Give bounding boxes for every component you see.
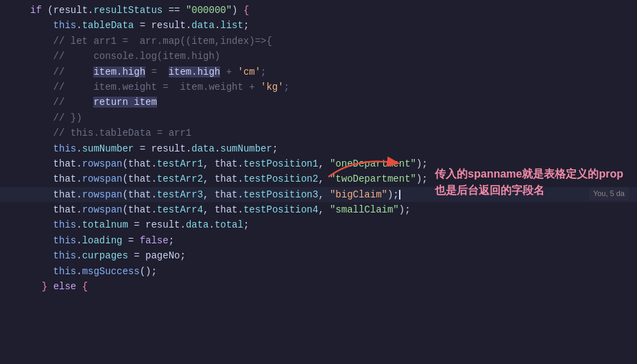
code-line-9: // this.tableData = arr1 xyxy=(0,125,637,141)
line-content-9: // this.tableData = arr1 xyxy=(27,125,637,141)
line-content-18: this.msgSuccess(); xyxy=(27,264,637,279)
line-content-1: if (result.resultStatus == "000000") { xyxy=(27,3,637,18)
code-line-14: that.rowspan(that.testArr4, that.testPos… xyxy=(0,202,637,217)
code-line-8: // }) xyxy=(0,110,637,125)
code-editor: if (result.resultStatus == "000000") { t… xyxy=(0,0,637,364)
line-content-3: // let arr1 = arr.map((item,index)=>{ xyxy=(27,34,637,49)
line-content-19: } else { xyxy=(27,279,637,294)
code-lines: if (result.resultStatus == "000000") { t… xyxy=(0,0,637,297)
code-line-7: // return item xyxy=(0,95,637,110)
line-content-14: that.rowspan(that.testArr4, that.testPos… xyxy=(27,202,637,217)
code-line-15: this.totalnum = result.data.total; xyxy=(0,217,637,232)
code-line-18: this.msgSuccess(); xyxy=(0,264,637,279)
annotation-line1: 传入的spanname就是表格定义的prop xyxy=(435,166,623,182)
line-content-16: this.loading = false; xyxy=(27,233,637,248)
code-line-19: } else { xyxy=(0,279,637,294)
code-line-17: this.curpages = pageNo; xyxy=(0,248,637,263)
code-line-6: // item.weight = item.weight + 'kg'; xyxy=(0,80,637,95)
line-content-5: // item.high = item.high + 'cm'; xyxy=(27,64,637,80)
line-content-15: this.totalnum = result.data.total; xyxy=(27,217,637,232)
code-line-4: // console.log(item.high) xyxy=(0,49,637,64)
code-line-16: this.loading = false; xyxy=(0,233,637,248)
line-content-7: // return item xyxy=(27,95,637,110)
code-line-10: this.sumNumber = result.data.sumNumber; xyxy=(0,141,637,156)
code-line-1: if (result.resultStatus == "000000") { xyxy=(0,3,637,18)
line-content-17: this.curpages = pageNo; xyxy=(27,248,637,263)
line-content-10: this.sumNumber = result.data.sumNumber; xyxy=(27,141,637,156)
code-line-5: // item.high = item.high + 'cm'; xyxy=(0,64,637,80)
line-content-2: this.tableData = result.data.list; xyxy=(27,18,637,33)
line-content-4: // console.log(item.high) xyxy=(27,49,637,64)
code-line-3: // let arr1 = arr.map((item,index)=>{ xyxy=(0,34,637,49)
code-line-2: this.tableData = result.data.list; xyxy=(0,18,637,33)
line-content-6: // item.weight = item.weight + 'kg'; xyxy=(27,80,637,95)
line-content-8: // }) xyxy=(27,110,637,125)
code-annotation: 传入的spanname就是表格定义的prop 也是后台返回的字段名 xyxy=(435,166,623,199)
annotation-line2: 也是后台返回的字段名 xyxy=(435,182,544,199)
